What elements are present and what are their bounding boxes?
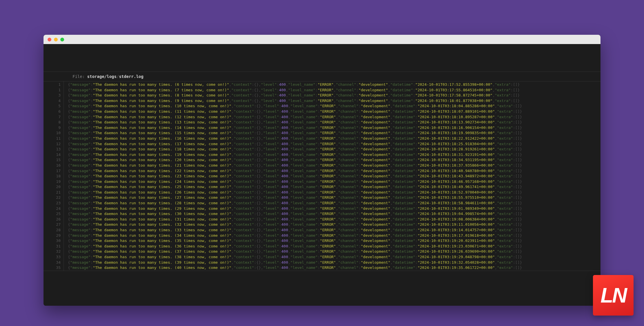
log-line: {"message":"The daemon has run too many … bbox=[68, 152, 600, 158]
line-number: 20 bbox=[44, 184, 61, 190]
file-path-name: stderr.log bbox=[119, 74, 143, 79]
log-line: {"message":"The daemon has run too many … bbox=[68, 265, 600, 271]
log-line: {"message":"The daemon has run too many … bbox=[68, 93, 600, 98]
log-line: {"message":"The daemon has run too many … bbox=[68, 168, 600, 174]
line-number: 29 bbox=[44, 233, 61, 238]
line-number: 32 bbox=[44, 249, 61, 254]
log-line: {"message":"The daemon has run too many … bbox=[68, 136, 600, 141]
line-number: 19 bbox=[44, 179, 61, 185]
line-number: 4 bbox=[44, 98, 61, 104]
line-number-gutter: 1134567891011121314151617181920212223242… bbox=[44, 81, 64, 271]
log-line: {"message":"The daemon has run too many … bbox=[68, 238, 600, 244]
log-line: {"message":"The daemon has run too many … bbox=[68, 103, 600, 109]
line-number: 5 bbox=[44, 103, 61, 109]
maximize-icon[interactable] bbox=[60, 38, 64, 41]
line-number: 8 bbox=[44, 120, 61, 125]
line-number: 24 bbox=[44, 206, 61, 212]
line-number: 11 bbox=[44, 136, 61, 141]
brand-logo-badge: LN bbox=[593, 275, 634, 316]
line-number: 6 bbox=[44, 109, 61, 114]
log-line: {"message":"The daemon has run too many … bbox=[68, 163, 600, 168]
log-line: {"message":"The daemon has run too many … bbox=[68, 254, 600, 260]
line-number: 17 bbox=[44, 168, 61, 174]
log-line: {"message":"The daemon has run too many … bbox=[68, 206, 600, 212]
line-number: 1 bbox=[44, 82, 61, 88]
close-icon[interactable] bbox=[48, 38, 51, 41]
log-line: {"message":"The daemon has run too many … bbox=[68, 217, 600, 222]
window-titlebar bbox=[44, 35, 600, 44]
file-path-dir: storage/logs bbox=[87, 74, 117, 79]
line-number: 33 bbox=[44, 254, 61, 260]
log-line: {"message":"The daemon has run too many … bbox=[68, 147, 600, 152]
log-line: {"message":"The daemon has run too many … bbox=[68, 201, 600, 206]
line-number: 22 bbox=[44, 195, 61, 201]
line-number: 13 bbox=[44, 147, 61, 152]
log-line: {"message":"The daemon has run too many … bbox=[68, 222, 600, 227]
brand-logo-text: LN bbox=[600, 283, 626, 307]
minimize-icon[interactable] bbox=[54, 38, 58, 41]
line-number: 35 bbox=[44, 265, 61, 271]
log-line: {"message":"The daemon has run too many … bbox=[68, 82, 600, 88]
log-line: {"message":"The daemon has run too many … bbox=[68, 190, 600, 195]
log-line: {"message":"The daemon has run too many … bbox=[68, 109, 600, 114]
line-number: 26 bbox=[44, 217, 61, 222]
terminal-body: File: storage/logs/stderr.log 1134567891… bbox=[44, 44, 600, 306]
line-number: 10 bbox=[44, 130, 61, 136]
log-lines[interactable]: {"message":"The daemon has run too many … bbox=[64, 81, 600, 271]
log-line: {"message":"The daemon has run too many … bbox=[68, 179, 600, 185]
log-line: {"message":"The daemon has run too many … bbox=[68, 184, 600, 190]
line-number: 21 bbox=[44, 190, 61, 195]
log-line: {"message":"The daemon has run too many … bbox=[68, 174, 600, 179]
log-line: {"message":"The daemon has run too many … bbox=[68, 125, 600, 131]
log-line: {"message":"The daemon has run too many … bbox=[68, 244, 600, 249]
log-line: {"message":"The daemon has run too many … bbox=[68, 130, 600, 136]
line-number: 25 bbox=[44, 211, 61, 217]
line-number: 7 bbox=[44, 114, 61, 120]
line-number: 3 bbox=[44, 93, 61, 98]
log-line: {"message":"The daemon has run too many … bbox=[68, 141, 600, 147]
log-line: {"message":"The daemon has run too many … bbox=[68, 157, 600, 163]
file-header: File: storage/logs/stderr.log bbox=[44, 72, 600, 81]
line-number: 12 bbox=[44, 141, 61, 147]
line-number: 31 bbox=[44, 244, 61, 249]
line-number: 30 bbox=[44, 238, 61, 244]
log-line: {"message":"The daemon has run too many … bbox=[68, 227, 600, 233]
line-number: 9 bbox=[44, 125, 61, 131]
line-number: 14 bbox=[44, 152, 61, 158]
log-line: {"message":"The daemon has run too many … bbox=[68, 211, 600, 217]
log-line: {"message":"The daemon has run too many … bbox=[68, 249, 600, 254]
line-number: 28 bbox=[44, 227, 61, 233]
log-line: {"message":"The daemon has run too many … bbox=[68, 195, 600, 201]
file-label: File: bbox=[73, 74, 87, 79]
log-line: {"message":"The daemon has run too many … bbox=[68, 88, 600, 93]
line-number: 15 bbox=[44, 157, 61, 163]
file-path-separator: / bbox=[117, 74, 119, 79]
line-number: 34 bbox=[44, 260, 61, 265]
log-body: 1134567891011121314151617181920212223242… bbox=[44, 81, 600, 271]
log-line: {"message":"The daemon has run too many … bbox=[68, 114, 600, 120]
line-number: 18 bbox=[44, 174, 61, 179]
line-number: 27 bbox=[44, 222, 61, 227]
log-line: {"message":"The daemon has run too many … bbox=[68, 233, 600, 238]
log-line: {"message":"The daemon has run too many … bbox=[68, 260, 600, 265]
log-line: {"message":"The daemon has run too many … bbox=[68, 98, 600, 104]
log-line: {"message":"The daemon has run too many … bbox=[68, 120, 600, 125]
line-number: 1 bbox=[44, 88, 61, 93]
line-number: 23 bbox=[44, 201, 61, 206]
terminal-window: File: storage/logs/stderr.log 1134567891… bbox=[44, 35, 600, 306]
line-number: 16 bbox=[44, 163, 61, 168]
